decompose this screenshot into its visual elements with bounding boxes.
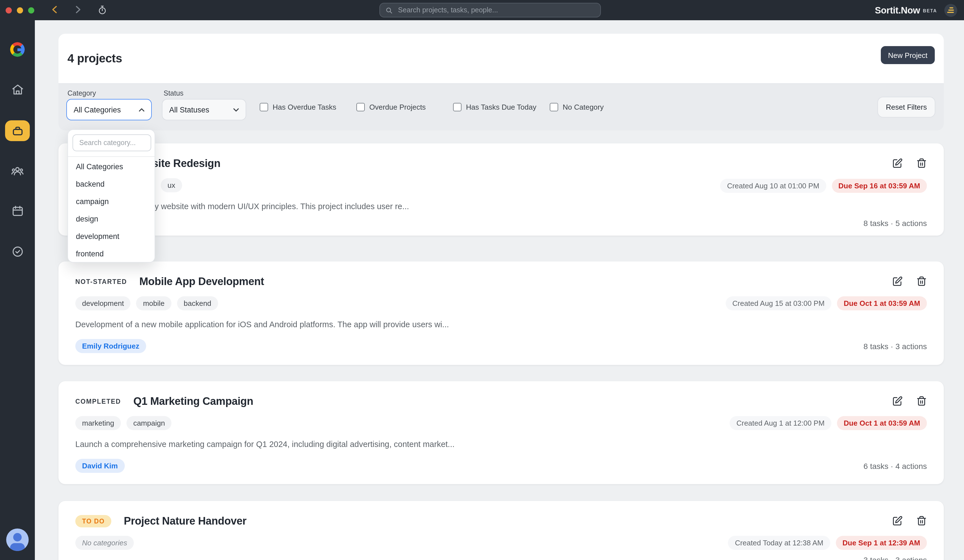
project-description: Redesign the company website with modern… xyxy=(75,202,927,211)
project-tag[interactable]: campaign xyxy=(127,416,172,430)
sidebar-item-tasks[interactable] xyxy=(0,245,35,258)
checkbox[interactable] xyxy=(260,103,268,111)
due-pill: Due Oct 1 at 03:59 AM xyxy=(837,416,927,430)
filter-has-tasks-due-today[interactable]: Has Tasks Due Today xyxy=(453,84,537,130)
bar-icon xyxy=(949,7,953,9)
delete-project-button[interactable] xyxy=(916,276,927,287)
delete-project-button[interactable] xyxy=(916,516,927,526)
project-tag[interactable]: marketing xyxy=(75,416,121,430)
bar-icon xyxy=(948,10,954,11)
project-tag[interactable]: mobile xyxy=(136,296,171,310)
checkbox[interactable] xyxy=(453,103,461,111)
edit-icon xyxy=(892,276,903,287)
search-icon xyxy=(386,7,392,14)
global-search[interactable] xyxy=(379,3,601,18)
category-search-input[interactable] xyxy=(78,138,146,147)
edit-project-button[interactable] xyxy=(892,516,903,526)
category-select[interactable]: All Categories xyxy=(66,99,152,120)
sidebar-item-projects[interactable] xyxy=(0,120,35,141)
top-bar: Sortit.Now BETA xyxy=(0,0,964,20)
brand-logo-icon[interactable] xyxy=(944,4,957,16)
projects-active-tile xyxy=(5,120,30,141)
edit-project-button[interactable] xyxy=(892,158,903,169)
checkbox-label: Overdue Projects xyxy=(369,103,426,111)
dropdown-option-design[interactable]: design xyxy=(68,210,155,228)
brand-name: Sortit.Now xyxy=(875,5,920,15)
maximize-window-button[interactable] xyxy=(28,7,34,13)
new-project-button[interactable]: New Project xyxy=(881,46,935,64)
reset-filters-button[interactable]: Reset Filters xyxy=(878,97,935,117)
sidebar-item-google[interactable] xyxy=(0,42,35,57)
dropdown-option-development[interactable]: development xyxy=(68,228,155,245)
stopwatch-icon xyxy=(97,5,107,15)
check-circle-icon xyxy=(11,245,24,258)
back-button[interactable] xyxy=(51,6,58,15)
project-title: Q1 Marketing Campaign xyxy=(133,395,253,408)
project-tag[interactable]: ux xyxy=(161,178,182,192)
sidebar-item-people[interactable] xyxy=(0,164,35,177)
window-controls xyxy=(6,7,34,13)
people-icon xyxy=(11,164,24,177)
owner-chip[interactable]: Emily Rodriguez xyxy=(75,339,146,353)
tasks-actions-count: 6 tasks · 4 actions xyxy=(863,461,927,470)
status-select[interactable]: All Statuses xyxy=(162,99,246,120)
close-window-button[interactable] xyxy=(6,7,12,13)
checkbox[interactable] xyxy=(550,103,558,111)
sidebar-item-calendar[interactable] xyxy=(0,205,35,218)
edit-icon xyxy=(892,516,903,526)
project-title: Project Nature Handover xyxy=(124,515,246,527)
checkbox-label: Has Overdue Tasks xyxy=(273,103,336,111)
dropdown-option-backend[interactable]: backend xyxy=(68,176,155,193)
project-card-project-nature-handover[interactable]: TO DO Project Nature Handover No categor… xyxy=(59,501,944,560)
project-tag[interactable]: backend xyxy=(177,296,218,310)
project-card-q1-marketing-campaign[interactable]: COMPLETED Q1 Marketing Campaign marketin… xyxy=(59,381,944,484)
edit-icon xyxy=(892,158,903,169)
minimize-window-button[interactable] xyxy=(17,7,23,13)
dropdown-divider xyxy=(68,156,155,157)
sidebar-item-home[interactable] xyxy=(0,83,35,96)
home-icon xyxy=(11,83,24,96)
status-badge: NOT-STARTED xyxy=(75,278,127,285)
project-description: Development of a new mobile application … xyxy=(75,320,927,329)
google-logo-bar xyxy=(18,48,24,51)
created-pill: Created Aug 1 at 12:00 PM xyxy=(730,416,831,430)
checkbox[interactable] xyxy=(357,103,365,111)
search-input[interactable] xyxy=(397,6,595,15)
chevron-left-icon xyxy=(51,6,58,13)
trash-icon xyxy=(916,516,927,526)
created-pill: Created Today at 12:38 AM xyxy=(728,536,830,550)
created-pill: Created Aug 15 at 03:00 PM xyxy=(726,296,831,310)
chevron-up-icon xyxy=(139,107,145,112)
status-badge: TO DO xyxy=(75,515,111,527)
dropdown-option-all-categories[interactable]: All Categories xyxy=(68,158,155,176)
project-card-website-redesign[interactable]: Website Redesign ux Created Aug 10 at 01… xyxy=(59,143,944,236)
avatar-body xyxy=(10,543,25,551)
filter-no-category[interactable]: No Category xyxy=(550,84,604,130)
project-description: Launch a comprehensive marketing campaig… xyxy=(75,440,927,449)
category-search-box[interactable] xyxy=(73,134,151,151)
edit-project-button[interactable] xyxy=(892,396,903,407)
filter-has-overdue-tasks[interactable]: Has Overdue Tasks xyxy=(260,84,336,130)
dropdown-option-frontend[interactable]: frontend xyxy=(68,245,155,262)
owner-chip[interactable]: David Kim xyxy=(75,459,124,473)
category-select-value: All Categories xyxy=(73,106,121,114)
edit-project-button[interactable] xyxy=(892,276,903,287)
main-content: 4 projects New Project Category All Cate… xyxy=(35,20,964,560)
chevron-down-icon xyxy=(233,107,239,112)
category-dropdown: All Categories backend campaign design d… xyxy=(67,129,155,262)
history-button[interactable] xyxy=(97,5,107,15)
tasks-actions-count: 8 tasks · 3 actions xyxy=(863,342,927,350)
filter-panel: Category All Categories Status All Statu… xyxy=(59,84,944,130)
forward-button[interactable] xyxy=(75,6,81,15)
filter-overdue-projects[interactable]: Overdue Projects xyxy=(357,84,426,130)
beta-badge: BETA xyxy=(923,8,937,13)
trash-icon xyxy=(916,396,927,407)
project-card-mobile-app-development[interactable]: NOT-STARTED Mobile App Development devel… xyxy=(59,261,944,365)
dropdown-option-campaign[interactable]: campaign xyxy=(68,193,155,210)
sidebar-user-avatar[interactable] xyxy=(0,529,35,551)
delete-project-button[interactable] xyxy=(916,158,927,169)
avatar-head xyxy=(13,533,22,541)
delete-project-button[interactable] xyxy=(916,396,927,407)
due-pill: Due Sep 1 at 12:39 AM xyxy=(836,536,927,550)
project-tag[interactable]: development xyxy=(75,296,131,310)
